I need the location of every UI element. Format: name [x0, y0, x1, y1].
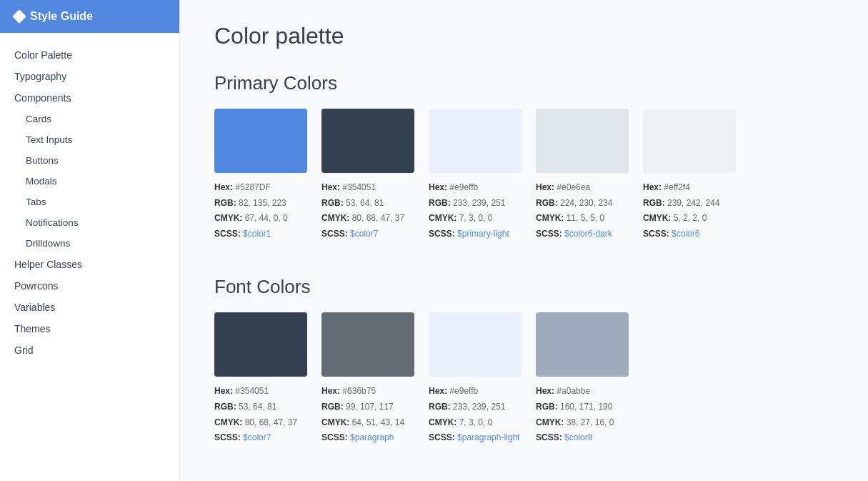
section-title-font-colors: Font Colors	[214, 276, 834, 298]
swatch-box	[429, 109, 522, 173]
swatch-box	[429, 312, 522, 377]
swatches-primary-colors: Hex: #5287DF RGB: 82, 135, 223 CMYK: 67,…	[214, 109, 834, 242]
swatch-card: Hex: #a0abbe RGB: 160, 171, 190 CMYK: 38…	[536, 312, 629, 445]
swatch-card: Hex: #5287DF RGB: 82, 135, 223 CMYK: 67,…	[214, 109, 307, 242]
sidebar-item-text-inputs[interactable]: Text Inputs	[0, 129, 179, 150]
swatch-info: Hex: #354051 RGB: 53, 64, 81 CMYK: 80, 6…	[321, 180, 414, 242]
swatch-info: Hex: #a0abbe RGB: 160, 171, 190 CMYK: 38…	[536, 384, 629, 445]
sidebar-item-components[interactable]: Components	[0, 87, 179, 109]
swatch-box	[643, 109, 736, 173]
sidebar-item-buttons[interactable]: Buttons	[0, 150, 179, 171]
swatch-card: Hex: #636b75 RGB: 99, 107, 117 CMYK: 64,…	[321, 312, 414, 445]
sidebar-title: Style Guide	[30, 10, 93, 23]
swatch-box	[321, 312, 414, 377]
sidebar-item-themes[interactable]: Themes	[0, 318, 179, 339]
sidebar-item-powrcons[interactable]: Powrcons	[0, 275, 179, 297]
page-title: Color palette	[214, 23, 834, 49]
swatches-font-colors: Hex: #354051 RGB: 53, 64, 81 CMYK: 80, 6…	[214, 312, 834, 445]
swatch-box	[214, 312, 307, 377]
sidebar-item-modals[interactable]: Modals	[0, 171, 179, 192]
main-content: Color palette Primary Colors Hex: #5287D…	[180, 0, 868, 481]
swatch-info: Hex: #e9effb RGB: 233, 239, 251 CMYK: 7,…	[429, 180, 522, 242]
sidebar-nav: Color PaletteTypographyComponentsCardsTe…	[0, 33, 179, 481]
sidebar-item-grid[interactable]: Grid	[0, 339, 179, 361]
swatch-box	[214, 109, 307, 173]
swatch-info: Hex: #e9effb RGB: 233, 239, 251 CMYK: 7,…	[429, 384, 522, 445]
section-title-primary-colors: Primary Colors	[214, 72, 834, 94]
sidebar-item-variables[interactable]: Variables	[0, 297, 179, 318]
swatch-card: Hex: #354051 RGB: 53, 64, 81 CMYK: 80, 6…	[214, 312, 307, 445]
sidebar-item-helper-classes[interactable]: Helper Classes	[0, 254, 179, 275]
swatch-box	[536, 312, 629, 377]
sidebar-item-cards[interactable]: Cards	[0, 109, 179, 129]
sidebar-item-tabs[interactable]: Tabs	[0, 192, 179, 212]
sidebar-item-notifications[interactable]: Notifications	[0, 212, 179, 233]
swatch-card: Hex: #eff2f4 RGB: 239, 242, 244 CMYK: 5,…	[643, 109, 736, 242]
swatch-info: Hex: #5287DF RGB: 82, 135, 223 CMYK: 67,…	[214, 180, 307, 242]
sidebar-header: Style Guide	[0, 0, 179, 33]
swatch-box	[536, 109, 629, 173]
swatch-info: Hex: #354051 RGB: 53, 64, 81 CMYK: 80, 6…	[214, 384, 307, 445]
sidebar-item-color-palette[interactable]: Color Palette	[0, 44, 179, 66]
sidebar: Style Guide Color PaletteTypographyCompo…	[0, 0, 180, 481]
swatch-info: Hex: #eff2f4 RGB: 239, 242, 244 CMYK: 5,…	[643, 180, 736, 242]
sidebar-item-drilldowns[interactable]: Drilldowns	[0, 233, 179, 254]
diamond-icon	[12, 9, 26, 24]
sections-container: Primary Colors Hex: #5287DF RGB: 82, 135…	[214, 72, 834, 446]
swatch-card: Hex: #e0e6ea RGB: 224, 230, 234 CMYK: 11…	[536, 109, 629, 242]
sidebar-item-typography[interactable]: Typography	[0, 66, 179, 87]
swatch-card: Hex: #e9effb RGB: 233, 239, 251 CMYK: 7,…	[429, 312, 522, 445]
color-section-primary-colors: Primary Colors Hex: #5287DF RGB: 82, 135…	[214, 72, 834, 242]
swatch-card: Hex: #354051 RGB: 53, 64, 81 CMYK: 80, 6…	[321, 109, 414, 242]
color-section-font-colors: Font Colors Hex: #354051 RGB: 53, 64, 81…	[214, 276, 834, 445]
swatch-info: Hex: #636b75 RGB: 99, 107, 117 CMYK: 64,…	[321, 384, 414, 445]
swatch-box	[321, 109, 414, 173]
swatch-card: Hex: #e9effb RGB: 233, 239, 251 CMYK: 7,…	[429, 109, 522, 242]
swatch-info: Hex: #e0e6ea RGB: 224, 230, 234 CMYK: 11…	[536, 180, 629, 242]
